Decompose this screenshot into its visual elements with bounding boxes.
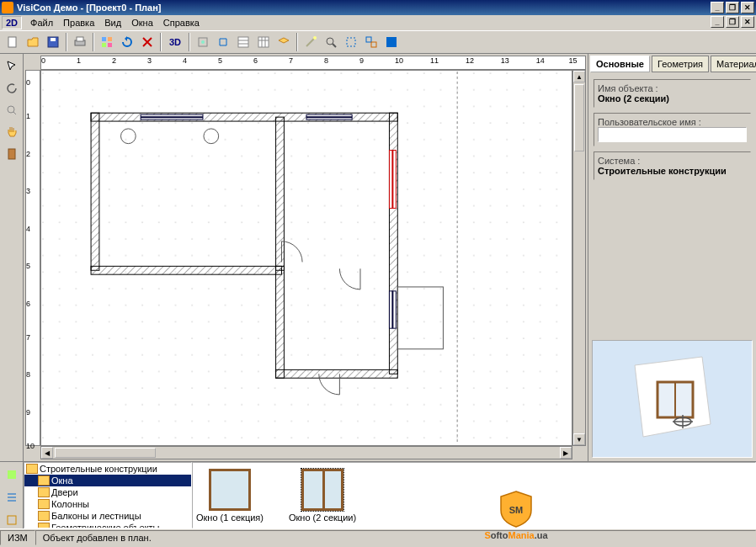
mode-3d-button[interactable]: 3D: [165, 33, 185, 51]
svg-point-19: [313, 36, 317, 40]
svg-rect-39: [276, 370, 398, 379]
tree-icon-c[interactable]: [3, 511, 21, 528]
sys-value: Строительные конструкции: [598, 166, 747, 176]
svg-rect-24: [371, 42, 376, 47]
status-mode: ИЗМ: [0, 530, 35, 545]
svg-rect-38: [276, 267, 285, 379]
svg-rect-34: [91, 114, 99, 271]
catalog-label-0: Окно (1 секция): [196, 512, 264, 523]
catalog-panel: Строительные конструкции Окна Двери Коло…: [0, 461, 756, 528]
svg-rect-2: [51, 38, 56, 41]
zoom-tool-button[interactable]: [322, 33, 340, 51]
mdi-close-button[interactable]: ✕: [741, 16, 754, 28]
save-button[interactable]: [44, 33, 62, 51]
svg-rect-25: [386, 37, 397, 47]
vertical-scrollbar[interactable]: ▲ ▼: [572, 70, 586, 446]
svg-rect-5: [102, 37, 106, 41]
tab-main[interactable]: Основные: [590, 56, 650, 72]
pan-tool[interactable]: [3, 123, 21, 141]
menu-view[interactable]: Вид: [99, 16, 126, 29]
tree-item-doors[interactable]: Двери: [24, 486, 191, 498]
grid-button[interactable]: [254, 33, 273, 51]
svg-rect-7: [102, 43, 106, 47]
pointer-tool[interactable]: [3, 57, 21, 76]
obj-name-label: Имя объекта :: [598, 83, 747, 93]
delete-button[interactable]: [138, 33, 157, 51]
floorplan-canvas[interactable]: [40, 70, 572, 446]
main-toolbar: 3D: [0, 30, 756, 54]
sys-label: Система :: [598, 156, 747, 166]
scroll-up-button[interactable]: ▲: [573, 71, 585, 82]
svg-rect-23: [366, 37, 371, 42]
undo-tool[interactable]: [3, 79, 21, 98]
catalog-button[interactable]: [234, 33, 253, 51]
menu-help[interactable]: Справка: [158, 16, 205, 29]
svg-point-20: [327, 38, 333, 45]
statusbar: ИЗМ Объект добавлен в план.: [0, 528, 756, 545]
tool-b-button[interactable]: [214, 33, 232, 51]
tree-root[interactable]: Строительные конструкции: [24, 463, 191, 475]
menu-file[interactable]: Файл: [25, 16, 58, 29]
svg-rect-14: [258, 37, 269, 47]
usr-name-label: Пользовательское имя :: [598, 117, 747, 127]
svg-line-18: [306, 38, 315, 46]
tool-a-button[interactable]: [194, 33, 212, 51]
app-icon: [2, 2, 13, 13]
tab-geometry[interactable]: Геометрия: [652, 56, 709, 72]
rotate-button[interactable]: [118, 33, 136, 51]
selection-a-button[interactable]: [342, 33, 360, 51]
scroll-thumb-v[interactable]: [574, 84, 584, 151]
svg-rect-8: [108, 43, 112, 47]
minimize-button[interactable]: _: [711, 2, 724, 13]
usr-name-input[interactable]: [598, 127, 747, 142]
preview-3d[interactable]: [592, 340, 753, 458]
tab-materials[interactable]: Материалы: [711, 56, 756, 72]
tree-icon-a[interactable]: [3, 465, 21, 483]
scroll-right-button[interactable]: ▶: [560, 447, 572, 459]
mdi-maximize-button[interactable]: ❐: [726, 16, 739, 28]
tree-item-columns[interactable]: Колонны: [24, 498, 191, 510]
tree-icon-b[interactable]: [3, 488, 21, 506]
open-file-button[interactable]: [24, 33, 42, 51]
ruler-horizontal: 0 1 2 3 4 5 6 7 8 9 10 11 12 13 14 15: [40, 56, 586, 70]
catalog-items: Окно (1 секция) Окно (2 секции): [192, 462, 756, 528]
maximize-button[interactable]: ❐: [726, 2, 739, 13]
print-button[interactable]: [71, 33, 89, 51]
door-tool[interactable]: [3, 145, 21, 163]
tree-item-stairs[interactable]: Балконы и лестницы: [24, 510, 191, 522]
ruler-vertical: 0 1 2 3 4 5 6 7 8 9 10: [25, 70, 40, 446]
layer-button[interactable]: [274, 33, 293, 51]
scroll-left-button[interactable]: ◀: [41, 447, 53, 459]
svg-line-21: [333, 44, 336, 47]
left-toolbar: [0, 54, 24, 461]
zoom-fit-tool[interactable]: [3, 101, 21, 119]
svg-rect-63: [8, 516, 16, 524]
horizontal-scrollbar[interactable]: ◀ ▶: [40, 446, 572, 459]
tree-item-windows[interactable]: Окна: [24, 475, 191, 486]
catalog-item-0[interactable]: Окно (1 секция): [196, 469, 264, 523]
status-message: Объект добавлен в план.: [35, 530, 756, 545]
properties-panel: Основные Геометрия Материалы Имя объекта…: [588, 54, 756, 461]
catalog-item-1[interactable]: Окно (2 секции): [289, 469, 356, 523]
menu-windows[interactable]: Окна: [126, 16, 158, 29]
scroll-down-button[interactable]: ▼: [573, 433, 585, 445]
selection-b-button[interactable]: [362, 33, 381, 51]
svg-rect-31: [41, 72, 572, 444]
hatch-button[interactable]: [382, 33, 401, 51]
svg-rect-6: [108, 37, 112, 41]
svg-rect-35: [91, 267, 281, 275]
svg-rect-36: [276, 118, 285, 271]
menu-edit[interactable]: Правка: [58, 16, 99, 29]
mode-2d-badge[interactable]: 2D: [2, 16, 22, 29]
scroll-thumb-h[interactable]: [55, 448, 156, 458]
new-file-button[interactable]: [3, 33, 22, 51]
tree-item-geom[interactable]: Геометрические объекты: [24, 522, 191, 528]
catalog-label-1: Окно (2 секции): [289, 512, 356, 523]
wand-button[interactable]: [301, 33, 320, 51]
titlebar: VisiCon Демо - [Проект0 - План] _ ❐ ✕: [0, 0, 756, 15]
obj-name-value: Окно (2 секции): [598, 93, 747, 104]
object-button[interactable]: [98, 33, 116, 51]
category-tree[interactable]: Строительные конструкции Окна Двери Коло…: [24, 462, 192, 528]
close-button[interactable]: ✕: [741, 2, 754, 13]
mdi-minimize-button[interactable]: _: [711, 16, 724, 28]
